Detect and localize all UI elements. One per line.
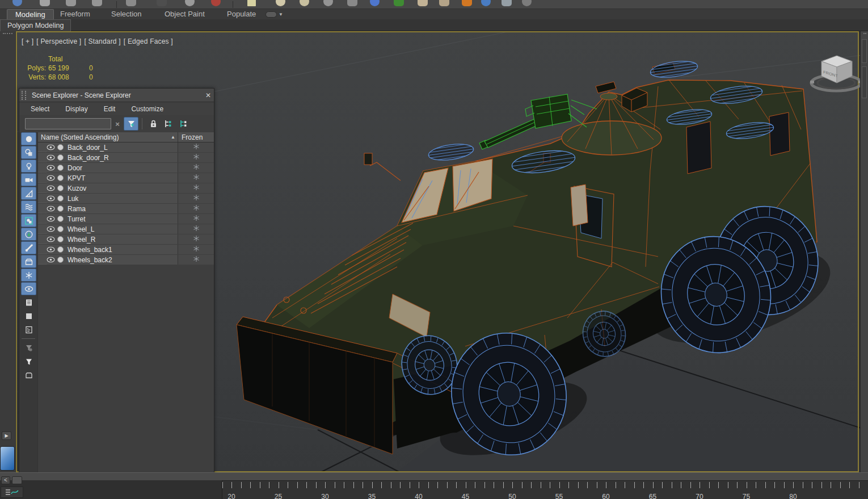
- snapshot-tool-icon[interactable]: [40, 0, 50, 6]
- frozen-icon[interactable]: [193, 194, 200, 203]
- table-row-Wheels_back1[interactable]: Wheels_back1: [38, 245, 214, 255]
- pick-filter-filter-icon[interactable]: [21, 355, 36, 368]
- arrow-tool-icon[interactable]: [126, 0, 136, 6]
- display-details-filter-icon[interactable]: [21, 323, 36, 336]
- frozen-icon[interactable]: [193, 143, 200, 152]
- object-name[interactable]: Luk: [66, 195, 178, 203]
- shapes-filter-icon[interactable]: [21, 146, 36, 159]
- panel-orange-tool-icon[interactable]: [462, 0, 472, 6]
- display-list-filter-icon[interactable]: [21, 296, 36, 309]
- object-name[interactable]: Door: [66, 164, 178, 172]
- previous-key-button[interactable]: <: [1, 476, 10, 484]
- select-tool-icon[interactable]: [12, 0, 22, 6]
- color-swatch[interactable]: [0, 446, 15, 471]
- hair-fur-tool-icon[interactable]: [418, 0, 428, 6]
- mini-curve-editor-button[interactable]: [1, 487, 23, 498]
- table-row-Wheel_R[interactable]: Wheel_R: [38, 234, 214, 245]
- visibility-eye-icon[interactable]: [47, 226, 56, 233]
- list-header[interactable]: Name (Sorted Ascending) ▲ Frozen: [38, 132, 214, 142]
- visibility-eye-icon[interactable]: [47, 257, 56, 263]
- object-name[interactable]: Wheel_L: [66, 225, 178, 233]
- material-ball-2-icon[interactable]: [300, 0, 309, 6]
- frozen-icon[interactable]: [193, 215, 200, 223]
- panel-edge-button[interactable]: [862, 39, 867, 63]
- viewport-menu-general[interactable]: [ + ]: [22, 37, 33, 45]
- filter-settings-filter-icon[interactable]: [21, 341, 36, 354]
- menu-select[interactable]: Select: [31, 105, 49, 113]
- object-type-icon[interactable]: [57, 257, 64, 263]
- geometry-filter-icon[interactable]: [21, 132, 36, 145]
- space-warps-filter-icon[interactable]: [21, 200, 36, 213]
- envelope-tool-icon[interactable]: [347, 0, 357, 6]
- sphere-gray-tool-icon[interactable]: [185, 0, 195, 6]
- uvw-tool-icon[interactable]: [439, 0, 449, 6]
- sphere-blue-tool-icon[interactable]: [481, 0, 491, 6]
- lock-cell-editing-button[interactable]: [146, 117, 161, 131]
- collapse-hierarchy-button[interactable]: [175, 117, 190, 131]
- menu-display[interactable]: Display: [65, 105, 87, 113]
- close-icon[interactable]: ✕: [203, 91, 214, 99]
- object-name[interactable]: Wheels_back1: [66, 246, 178, 254]
- time-slider-track[interactable]: [0, 472, 868, 480]
- ribbon-tab-populate[interactable]: Populate: [219, 9, 264, 19]
- visibility-eye-icon[interactable]: [47, 144, 56, 151]
- name-column-header[interactable]: Name (Sorted Ascending): [41, 133, 119, 141]
- object-type-icon[interactable]: [57, 236, 64, 242]
- material-ball-net-icon[interactable]: [323, 0, 333, 6]
- display-grid-filter-icon[interactable]: [21, 309, 36, 322]
- tab-polygon-modeling[interactable]: Polygon Modeling: [0, 19, 71, 31]
- visibility-eye-icon[interactable]: [47, 175, 56, 182]
- drag-grip-icon[interactable]: [22, 91, 26, 100]
- menu-edit[interactable]: Edit: [104, 105, 116, 113]
- search-input[interactable]: [25, 118, 111, 129]
- cameras-filter-icon[interactable]: [21, 173, 36, 186]
- monitor-tool-icon[interactable]: [502, 0, 512, 6]
- visibility-eye-icon[interactable]: [47, 216, 56, 223]
- ribbon-tab-selection[interactable]: Selection: [103, 9, 149, 19]
- expand-arrow-button[interactable]: ▶: [2, 431, 11, 440]
- object-name[interactable]: Turret: [66, 215, 178, 223]
- frozen-icon[interactable]: [193, 153, 200, 162]
- frozen-icon[interactable]: [193, 235, 200, 244]
- visibility-eye-icon[interactable]: [47, 246, 56, 253]
- visibility-eye-icon[interactable]: [47, 236, 56, 243]
- table-row-KPVT[interactable]: KPVT: [38, 173, 214, 183]
- circle-gray-tool-icon[interactable]: [522, 0, 532, 6]
- viewcube[interactable]: FRONT: [804, 48, 868, 100]
- material-page-tool-icon[interactable]: [247, 0, 256, 6]
- groups-filter-icon[interactable]: [21, 214, 36, 227]
- table-row-Rama[interactable]: Rama: [38, 204, 214, 214]
- material-ball-1-icon[interactable]: [276, 0, 285, 6]
- object-type-icon[interactable]: [57, 165, 64, 171]
- lights-filter-icon[interactable]: [21, 160, 36, 173]
- object-type-icon[interactable]: [57, 226, 64, 232]
- key-mode-button[interactable]: [12, 476, 22, 484]
- object-type-icon[interactable]: [57, 185, 64, 191]
- panel-edge-button2[interactable]: [862, 66, 867, 98]
- viewport-menu-pov[interactable]: [ Perspective ]: [36, 37, 81, 45]
- toolbar-grip-icon[interactable]: [3, 33, 12, 36]
- object-type-icon[interactable]: [57, 206, 64, 212]
- expand-hierarchy-button[interactable]: [161, 117, 175, 131]
- ribbon-tab-object-paint[interactable]: Object Paint: [157, 9, 213, 19]
- align-camera-tool-icon[interactable]: [92, 0, 102, 6]
- table-row-Back_door_L[interactable]: Back_door_L: [38, 142, 214, 153]
- frozen-icon[interactable]: [193, 163, 200, 172]
- viewport-menu-shading[interactable]: [ Edged Faces ]: [124, 37, 173, 45]
- viewport-menu-render-preset[interactable]: [ Standard ]: [84, 37, 120, 45]
- object-type-icon[interactable]: [57, 144, 64, 150]
- menu-customize[interactable]: Customize: [131, 105, 163, 113]
- hatch-object[interactable]: [428, 142, 475, 163]
- frozen-icon[interactable]: [193, 225, 200, 233]
- panel-grip-icon[interactable]: [863, 33, 865, 36]
- bones-filter-icon[interactable]: [21, 241, 36, 254]
- visibility-eye-icon[interactable]: [47, 206, 56, 212]
- container-pick-filter-icon[interactable]: [21, 368, 36, 381]
- frozen-column-header[interactable]: Frozen: [178, 132, 214, 142]
- visibility-eye-icon[interactable]: [47, 165, 56, 171]
- object-name[interactable]: Wheel_R: [66, 236, 178, 244]
- frozen-objects-filter-icon[interactable]: [21, 269, 36, 282]
- object-name[interactable]: KPVT: [66, 174, 178, 182]
- find-case-sensitive-button[interactable]: [124, 117, 138, 131]
- ribbon-tab-modeling[interactable]: Modeling: [7, 9, 54, 19]
